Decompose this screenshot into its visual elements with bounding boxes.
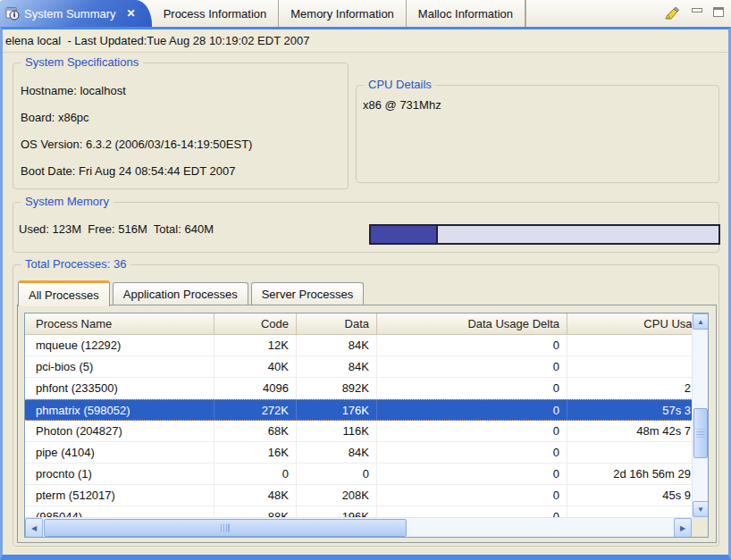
cell-name: mqueue (12292) xyxy=(25,335,214,355)
vertical-scroll-thumb[interactable] xyxy=(693,408,708,458)
cell-delta: 0 xyxy=(377,421,567,441)
table-header: Process Name Code Data Data Usage Delta … xyxy=(25,313,708,335)
maximize-icon[interactable] xyxy=(713,11,724,17)
spec-lines: Hostname: localhost Board: x86pc OS Vers… xyxy=(21,78,342,185)
cpu-value: x86 @ 731Mhz xyxy=(363,98,441,112)
group-title: Total Processes: 36 xyxy=(21,257,130,271)
table-row[interactable]: (985044)88K196K0 xyxy=(25,506,708,517)
cell-cpu xyxy=(567,442,708,463)
cell-delta: 0 xyxy=(377,400,567,420)
system-summary-view: elena local - Last Updated:Tue Aug 28 10… xyxy=(0,27,731,560)
table-row[interactable]: phfont (233500)4096892K02 xyxy=(25,378,708,399)
close-icon[interactable]: ✕ xyxy=(127,7,136,20)
tab-malloc-information[interactable]: Malloc Information xyxy=(407,0,525,27)
cell-cpu xyxy=(567,356,708,377)
cpu-details-group: CPU Details x86 @ 731Mhz xyxy=(356,85,719,183)
table-row[interactable]: pipe (4104)16K84K0 xyxy=(25,442,708,464)
cell-data: 176K xyxy=(297,400,377,420)
highlight-icon[interactable] xyxy=(663,6,681,21)
hostname-value: Hostname: localhost xyxy=(21,78,342,104)
group-title: System Specifications xyxy=(21,55,143,69)
cell-data: 84K xyxy=(297,356,377,377)
cell-cpu xyxy=(567,335,708,355)
cell-cpu: 45s 9 xyxy=(567,485,708,506)
column-header-process-name[interactable]: Process Name xyxy=(25,313,214,334)
cell-cpu xyxy=(567,506,708,517)
cell-name: phmatrix (598052) xyxy=(25,400,214,420)
tab-memory-information[interactable]: Memory Information xyxy=(279,0,407,27)
scroll-left-icon[interactable]: ◀ xyxy=(25,518,43,538)
system-summary-icon xyxy=(5,6,20,21)
scroll-down-icon[interactable]: ▼ xyxy=(693,501,709,517)
table-row[interactable]: Photon (204827)68K116K048m 42s 7 xyxy=(25,421,708,442)
cell-code: 4096 xyxy=(214,378,297,398)
memory-bar-fill xyxy=(371,226,438,243)
tab-label: Malloc Information xyxy=(418,7,513,21)
cell-name: procnto (1) xyxy=(25,464,214,484)
tab-all-processes[interactable]: All Processes xyxy=(18,280,110,306)
cell-delta: 0 xyxy=(377,335,567,355)
cell-delta: 0 xyxy=(377,378,567,398)
system-specifications-group: System Specifications Hostname: localhos… xyxy=(13,63,349,189)
table-row[interactable]: phmatrix (598052)272K176K057s 3 xyxy=(25,399,708,421)
scroll-up-icon[interactable]: ▲ xyxy=(693,313,709,330)
board-value: Board: x86pc xyxy=(21,104,342,131)
tab-server-processes[interactable]: Server Processes xyxy=(251,282,365,305)
scroll-right-icon[interactable]: ▶ xyxy=(674,518,692,538)
cell-code: 0 xyxy=(214,464,297,484)
scrollbar-corner xyxy=(692,517,708,537)
table-row[interactable]: pci-bios (5)40K84K0 xyxy=(25,356,708,378)
cell-name: pci-bios (5) xyxy=(25,356,214,377)
column-header-cpu-usage[interactable]: CPU Usage xyxy=(567,313,708,334)
cell-data: 208K xyxy=(297,485,377,506)
cell-data: 84K xyxy=(297,442,377,463)
table-row[interactable]: mqueue (12292)12K84K0 xyxy=(25,335,708,356)
cell-delta: 0 xyxy=(377,506,567,517)
cell-data: 84K xyxy=(297,335,377,355)
cell-cpu: 48m 42s 7 xyxy=(567,421,708,441)
vertical-scrollbar[interactable]: ▲ ▼ xyxy=(692,313,708,517)
process-tab-panel: Process Name Code Data Data Usage Delta … xyxy=(17,305,717,543)
cell-name: Photon (204827) xyxy=(25,421,214,441)
tab-label: Memory Information xyxy=(290,7,394,21)
horizontal-scroll-thumb[interactable] xyxy=(44,519,407,537)
cell-cpu: 2d 16h 56m 29 xyxy=(567,464,708,484)
cell-name: pipe (4104) xyxy=(25,442,214,463)
tab-label: Application Processes xyxy=(123,288,238,301)
tab-process-information[interactable]: Process Information xyxy=(152,0,280,27)
boot-date-value: Boot Date: Fri Aug 24 08:54:44 EDT 2007 xyxy=(21,158,342,185)
horizontal-scrollbar[interactable]: ◀ ▶ xyxy=(25,517,692,537)
table-row[interactable]: procnto (1)0002d 16h 56m 29 xyxy=(25,464,708,485)
cell-delta: 0 xyxy=(377,485,567,506)
cell-data: 892K xyxy=(297,378,377,398)
cell-delta: 0 xyxy=(377,464,567,484)
cell-name: pterm (512017) xyxy=(25,485,214,506)
column-header-data[interactable]: Data xyxy=(297,313,377,334)
column-header-data-usage-delta[interactable]: Data Usage Delta xyxy=(377,313,567,334)
cell-data: 116K xyxy=(297,421,377,441)
memory-usage-bar xyxy=(369,224,720,245)
cell-name: phfont (233500) xyxy=(25,378,214,398)
cell-code: 88K xyxy=(214,506,297,517)
group-title: CPU Details xyxy=(364,78,436,91)
cell-code: 40K xyxy=(214,356,297,377)
column-header-code[interactable]: Code xyxy=(214,313,297,334)
group-title: System Memory xyxy=(21,195,113,208)
cell-delta: 0 xyxy=(377,442,567,463)
process-table-rows: mqueue (12292)12K84K0pci-bios (5)40K84K0… xyxy=(25,335,708,517)
table-row[interactable]: pterm (512017)48K208K045s 9 xyxy=(25,485,708,506)
status-line: elena local - Last Updated:Tue Aug 28 10… xyxy=(3,29,728,53)
cell-data: 0 xyxy=(297,464,377,484)
cell-code: 48K xyxy=(214,485,297,506)
tab-label: System Summary xyxy=(24,7,116,21)
process-tabs: All Processes Application Processes Serv… xyxy=(18,280,366,305)
cell-name: (985044) xyxy=(25,506,214,517)
cell-code: 68K xyxy=(214,421,297,441)
cell-data: 196K xyxy=(297,506,377,517)
cell-delta: 0 xyxy=(377,356,567,377)
tab-application-processes[interactable]: Application Processes xyxy=(113,282,248,305)
view-content: System Specifications Hostname: localhos… xyxy=(3,53,728,555)
tabbar-spacer xyxy=(525,0,658,27)
view-toolbar xyxy=(658,0,731,27)
tab-system-summary[interactable]: System Summary ✕ xyxy=(0,0,152,27)
